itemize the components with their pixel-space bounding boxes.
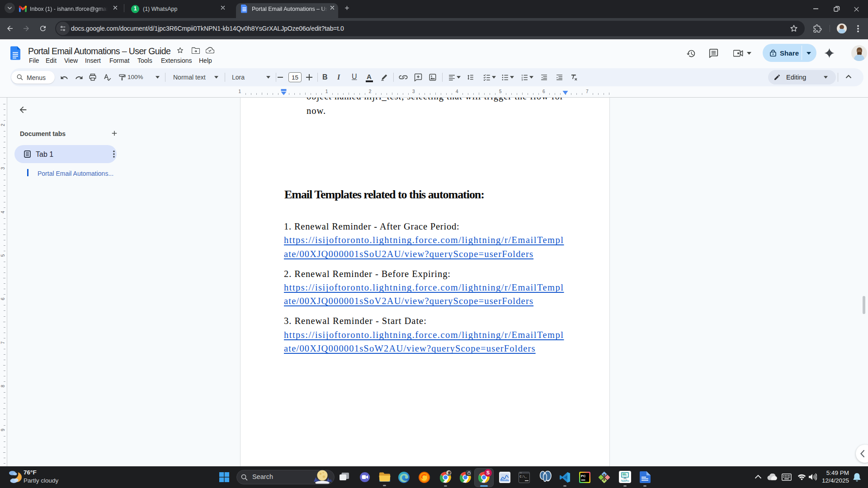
svg-text:PC: PC	[581, 474, 586, 478]
svg-text:TaskPro: TaskPro	[621, 480, 629, 482]
svg-text:C:\_: C:\_	[520, 475, 527, 479]
